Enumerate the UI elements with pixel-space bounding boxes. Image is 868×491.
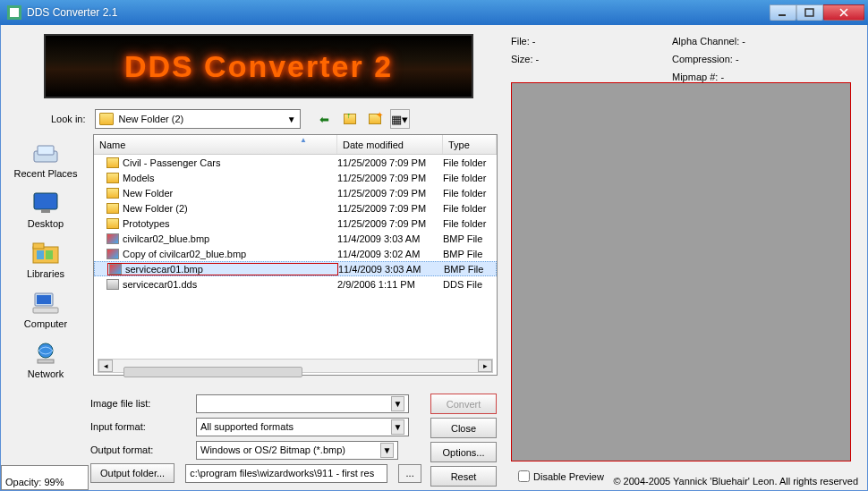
- reset-button[interactable]: Reset: [430, 466, 497, 487]
- input-format-combobox[interactable]: All supported formats ▼: [196, 418, 409, 436]
- maximize-button[interactable]: [796, 4, 823, 21]
- file-row[interactable]: New Folder11/25/2009 7:09 PMFile folder: [94, 185, 497, 200]
- disable-preview-checkbox[interactable]: [518, 470, 530, 482]
- window-title: DDS Converter 2.1: [27, 6, 770, 19]
- svg-rect-9: [33, 243, 44, 249]
- places-computer[interactable]: Computer: [13, 290, 78, 329]
- horizontal-scrollbar[interactable]: ◂ ▸: [98, 359, 493, 373]
- libraries-icon: [30, 240, 62, 267]
- svg-rect-2: [779, 14, 786, 16]
- copyright-text: © 2004-2005 Yannick 'Bluehair' Leon. All…: [613, 476, 858, 487]
- svg-rect-14: [33, 308, 58, 313]
- chevron-down-icon: ▼: [380, 443, 394, 458]
- svg-rect-7: [41, 209, 50, 213]
- scroll-right-button[interactable]: ▸: [478, 360, 492, 372]
- folder-icon: [106, 188, 119, 199]
- folder-icon: [99, 113, 114, 125]
- svg-rect-6: [34, 193, 57, 209]
- file-row[interactable]: New Folder (2)11/25/2009 7:09 PMFile fol…: [94, 200, 497, 216]
- folder-icon: [106, 203, 119, 214]
- svg-rect-10: [37, 250, 44, 259]
- image-file-list-combobox[interactable]: ▼: [196, 394, 409, 413]
- column-header-type[interactable]: Type: [443, 135, 497, 154]
- back-button[interactable]: ⬅: [315, 109, 335, 129]
- desktop-icon: [30, 190, 62, 216]
- lookin-label: Look in:: [51, 114, 86, 124]
- places-network[interactable]: Network: [13, 340, 78, 379]
- disable-preview-label: Disable Preview: [533, 471, 604, 482]
- opacity-indicator: Opacity: 99%: [1, 465, 89, 490]
- svg-rect-3: [805, 9, 813, 16]
- file-info-panel: File: - Size: - Alpha Channel: - Compres…: [511, 36, 849, 89]
- places-libraries[interactable]: Libraries: [13, 240, 78, 279]
- places-bar: Recent Places Desktop Libraries Computer…: [13, 140, 78, 390]
- places-recent[interactable]: Recent Places: [13, 140, 78, 179]
- chevron-down-icon: ▼: [287, 114, 296, 124]
- svg-point-15: [38, 343, 53, 358]
- file-row[interactable]: servicecar01.bmp11/4/2009 3:03 AMBMP Fil…: [94, 261, 497, 276]
- up-folder-button[interactable]: ↑: [340, 109, 360, 129]
- file-row[interactable]: civilcar02_blue.bmp11/4/2009 3:03 AMBMP …: [94, 231, 497, 246]
- image-file-list-label: Image file list:: [90, 398, 191, 409]
- dds-icon: [106, 279, 119, 290]
- svg-rect-16: [38, 360, 54, 363]
- file-row[interactable]: servicecar01.dds2/9/2006 1:11 PMDDS File: [94, 276, 497, 292]
- svg-rect-11: [46, 250, 53, 259]
- svg-rect-13: [37, 295, 51, 304]
- bmp-icon: [109, 264, 122, 275]
- network-icon: [30, 340, 62, 367]
- bmp-icon: [106, 233, 119, 244]
- browse-button[interactable]: ...: [398, 464, 421, 483]
- recent-places-icon: [30, 140, 62, 166]
- app-banner: DDS Converter 2: [44, 34, 473, 98]
- places-desktop[interactable]: Desktop: [13, 190, 78, 229]
- folder-icon: [106, 173, 119, 183]
- close-dialog-button[interactable]: Close: [430, 418, 497, 438]
- view-menu-button[interactable]: ▦▾: [390, 109, 410, 129]
- file-row[interactable]: Models11/25/2009 7:09 PMFile folder: [94, 170, 497, 185]
- column-header-date[interactable]: Date modified: [337, 135, 443, 154]
- app-icon: [7, 5, 21, 20]
- output-folder-field[interactable]: c:\program files\wizardworks\911 - first…: [185, 464, 387, 483]
- scroll-left-button[interactable]: ◂: [98, 360, 113, 372]
- file-row[interactable]: Copy of civilcar02_blue.bmp11/4/2009 3:0…: [94, 246, 497, 261]
- lookin-combobox[interactable]: New Folder (2) ▼: [95, 109, 301, 129]
- folder-icon: [106, 157, 119, 168]
- bmp-icon: [106, 249, 119, 259]
- computer-icon: [30, 290, 62, 317]
- close-button[interactable]: [823, 4, 864, 21]
- output-folder-button[interactable]: Output folder...: [90, 463, 174, 483]
- file-list: ▲ Name Date modified Type Civil - Passen…: [93, 134, 498, 376]
- preview-panel: [511, 82, 851, 461]
- options-button[interactable]: Options...: [430, 442, 497, 462]
- output-format-combobox[interactable]: Windows or OS/2 Bitmap (*.bmp) ▼: [196, 441, 398, 460]
- file-row[interactable]: Civil - Passenger Cars11/25/2009 7:09 PM…: [94, 155, 497, 170]
- svg-rect-5: [38, 146, 54, 155]
- titlebar[interactable]: DDS Converter 2.1: [0, 0, 868, 25]
- file-row[interactable]: Prototypes11/25/2009 7:09 PMFile folder: [94, 216, 497, 231]
- sort-ascending-icon: ▲: [300, 136, 307, 144]
- scroll-thumb[interactable]: [123, 367, 302, 377]
- chevron-down-icon: ▼: [391, 419, 404, 435]
- input-format-label: Input format:: [90, 421, 191, 432]
- svg-rect-1: [10, 8, 19, 17]
- new-folder-button[interactable]: ✦: [365, 109, 385, 129]
- convert-button[interactable]: Convert: [430, 394, 497, 414]
- minimize-button[interactable]: [770, 4, 796, 21]
- chevron-down-icon: ▼: [391, 396, 404, 411]
- output-format-label: Output format:: [90, 444, 191, 455]
- folder-icon: [106, 218, 119, 229]
